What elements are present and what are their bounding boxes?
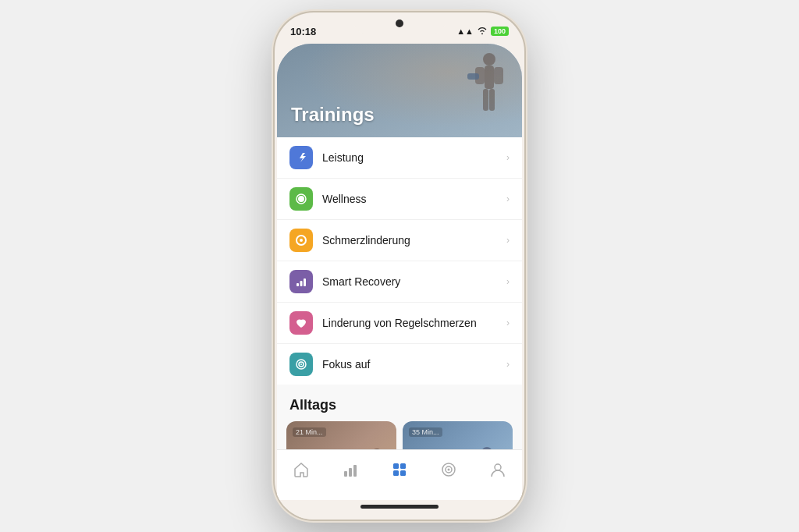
smart-recovery-icon <box>289 270 313 293</box>
svg-rect-46 <box>353 465 357 477</box>
hero-title: Trainings <box>291 104 375 126</box>
phone-frame: 10:18 ▲▲ 100 <box>275 12 524 520</box>
smart-recovery-chevron: › <box>506 276 510 287</box>
svg-rect-48 <box>400 463 406 469</box>
card-erweiterte-erholung[interactable]: 35 Min... ErweiterteErholung <box>403 421 513 449</box>
svg-rect-6 <box>467 73 479 80</box>
fokus-chevron: › <box>506 359 510 370</box>
svg-point-16 <box>300 364 302 365</box>
home-indicator <box>360 505 439 509</box>
svg-rect-13 <box>304 278 306 286</box>
fokus-label: Fokus auf <box>322 358 506 371</box>
card-aktive-erholung[interactable]: 21 Min... AktiveErholung <box>286 421 396 449</box>
fokus-icon <box>289 353 313 376</box>
menu-item-schmerzlinderung[interactable]: Schmerzlinderung › <box>277 220 522 261</box>
smart-recovery-label: Smart Recovery <box>322 275 506 288</box>
svg-point-24 <box>481 447 492 449</box>
schmerzlinderung-icon <box>289 229 313 252</box>
app-screen: Trainings Leistung › W <box>277 44 522 500</box>
menu-item-leistung[interactable]: Leistung › <box>277 137 522 179</box>
battery-icon: 100 <box>491 27 509 36</box>
svg-rect-47 <box>393 463 399 469</box>
menu-item-regelschmerzen[interactable]: Linderung von Regelschmerzen › <box>277 303 522 344</box>
phone-notch <box>353 12 446 34</box>
device-icon <box>440 461 457 482</box>
wellness-chevron: › <box>506 193 510 204</box>
nav-item-device[interactable] <box>431 458 467 485</box>
svg-point-53 <box>447 468 449 470</box>
svg-rect-44 <box>344 471 347 477</box>
leistung-icon <box>289 146 313 169</box>
svg-rect-11 <box>297 283 299 286</box>
svg-rect-4 <box>483 89 488 111</box>
nav-item-home[interactable] <box>283 458 319 485</box>
hero-person-figure <box>460 50 510 124</box>
leistung-label: Leistung <box>322 151 506 164</box>
camera-dot <box>396 20 403 27</box>
bottom-navigation <box>277 449 522 500</box>
card-2-time: 35 Min... <box>409 427 442 437</box>
status-icons: ▲▲ 100 <box>456 27 509 36</box>
nav-item-profile[interactable] <box>480 458 516 485</box>
menu-item-smart-recovery[interactable]: Smart Recovery › <box>277 261 522 303</box>
stats-icon <box>342 461 359 482</box>
regelschmerzen-label: Linderung von Regelschmerzen <box>322 317 506 329</box>
training-category-list: Leistung › Wellness › Schmerzlinde <box>277 137 522 385</box>
profile-icon <box>489 461 506 482</box>
svg-point-10 <box>300 239 303 242</box>
status-time: 10:18 <box>290 26 316 37</box>
alltags-cards-grid: 21 Min... AktiveErholung <box>277 421 522 449</box>
phone-bottom-bar <box>275 500 524 520</box>
wellness-label: Wellness <box>322 193 506 205</box>
svg-point-54 <box>495 464 501 470</box>
svg-rect-12 <box>300 281 303 286</box>
leistung-chevron: › <box>506 152 510 163</box>
svg-point-0 <box>483 53 495 66</box>
svg-rect-3 <box>494 67 503 84</box>
regelschmerzen-icon <box>289 311 313 335</box>
nav-item-stats[interactable] <box>332 458 368 485</box>
hero-banner: Trainings <box>277 44 522 137</box>
schmerzlinderung-chevron: › <box>506 235 510 246</box>
svg-rect-50 <box>400 470 406 476</box>
content-area[interactable]: Leistung › Wellness › Schmerzlinde <box>277 137 522 449</box>
signal-icon: ▲▲ <box>456 27 474 36</box>
schmerzlinderung-label: Schmerzlinderung <box>322 234 506 246</box>
nav-item-trainings[interactable] <box>382 458 417 485</box>
svg-rect-49 <box>393 470 399 476</box>
regelschmerzen-chevron: › <box>506 317 510 328</box>
svg-rect-45 <box>349 468 352 477</box>
svg-rect-5 <box>489 89 495 111</box>
menu-item-wellness[interactable]: Wellness › <box>277 179 522 220</box>
svg-point-7 <box>298 196 304 202</box>
svg-rect-1 <box>485 66 494 89</box>
menu-item-fokus[interactable]: Fokus auf › <box>277 344 522 385</box>
trainings-icon <box>391 461 408 482</box>
wellness-icon <box>289 187 313 211</box>
home-icon <box>293 461 310 482</box>
wifi-icon <box>477 27 488 36</box>
svg-point-17 <box>371 449 382 449</box>
alltags-section-header: Alltags <box>277 385 522 421</box>
card-1-time: 21 Min... <box>293 427 326 437</box>
